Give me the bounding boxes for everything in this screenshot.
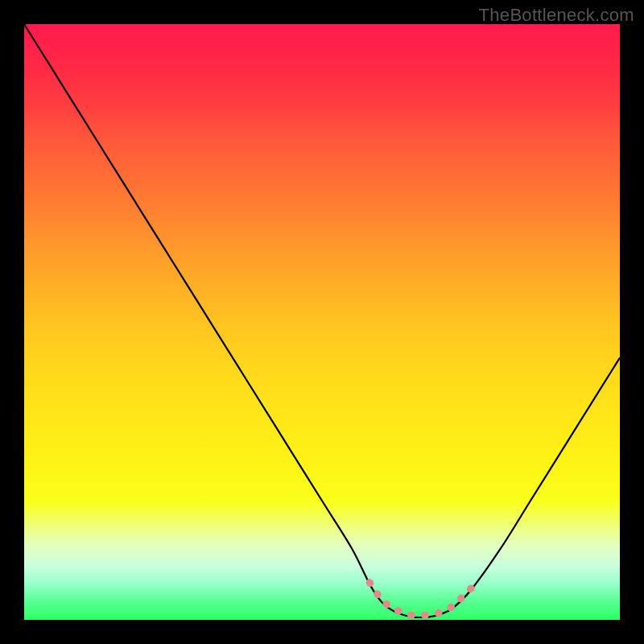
bottleneck-curve xyxy=(24,24,620,617)
chart-plot-area xyxy=(24,24,620,620)
chart-svg xyxy=(24,24,620,620)
chart-frame: TheBottleneck.com xyxy=(0,0,644,644)
threshold-dots xyxy=(369,583,471,616)
watermark-text: TheBottleneck.com xyxy=(479,5,634,26)
